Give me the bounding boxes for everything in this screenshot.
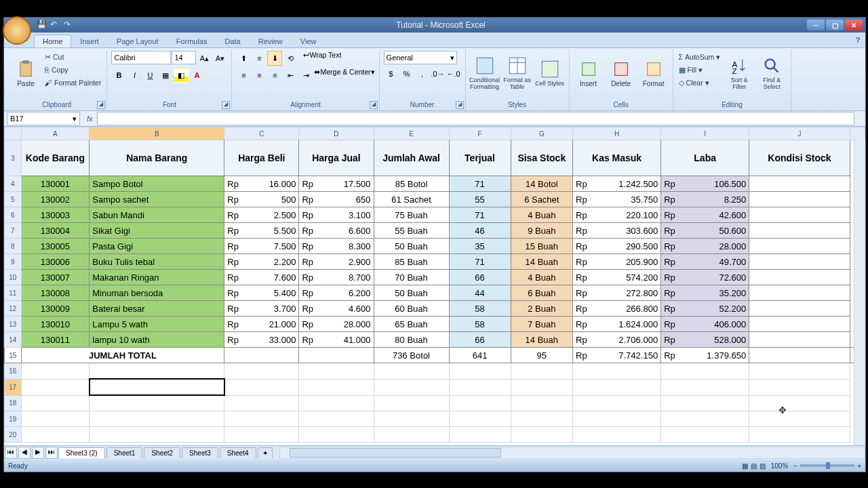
- clear-button[interactable]: ◇Clear▾: [677, 77, 722, 89]
- cell-empty[interactable]: [374, 427, 449, 443]
- cell-laba[interactable]: Rp72.600: [661, 270, 749, 285]
- cell-harga-beli[interactable]: Rp5.500: [224, 223, 299, 239]
- formula-input[interactable]: [97, 112, 854, 125]
- cell-harga-beli[interactable]: Rp3.700: [224, 301, 299, 317]
- cell-nama[interactable]: Baterai besar: [90, 301, 224, 317]
- cell-nama[interactable]: Pasta Gigi: [90, 239, 224, 254]
- cell-kode[interactable]: 130006: [21, 254, 90, 270]
- sheet-tab-0[interactable]: Sheet3 (2): [58, 447, 105, 458]
- cell-jumlah-awal[interactable]: 85 Buah: [374, 254, 449, 270]
- cell-empty[interactable]: [21, 363, 90, 380]
- row-header-7[interactable]: 7: [5, 223, 22, 239]
- tab-view[interactable]: View: [292, 35, 326, 47]
- cell-kode[interactable]: 130008: [21, 285, 90, 301]
- cell-jumlah-awal[interactable]: 85 Botol: [374, 176, 449, 192]
- cell-kode[interactable]: 130003: [21, 207, 90, 223]
- row-header-15[interactable]: 15: [5, 348, 22, 363]
- cell-terjual[interactable]: 71: [449, 207, 511, 223]
- cell-kas-masuk[interactable]: Rp220.100: [573, 207, 661, 223]
- table-header[interactable]: Nama Barang: [90, 140, 224, 176]
- cell-empty[interactable]: [661, 427, 749, 443]
- cell-harga-beli[interactable]: Rp2.200: [224, 254, 299, 270]
- cell-harga-beli[interactable]: Rp7.500: [224, 239, 299, 254]
- cell-empty[interactable]: [749, 363, 850, 380]
- row-header-20[interactable]: 20: [5, 427, 22, 443]
- tab-page-layout[interactable]: Page Layout: [108, 35, 167, 47]
- cell-sisa[interactable]: 14 Buah: [511, 254, 573, 270]
- cell-empty[interactable]: [449, 411, 511, 427]
- cell-empty[interactable]: [21, 379, 90, 395]
- cell-sisa[interactable]: 15 Buah: [511, 239, 573, 254]
- redo-icon[interactable]: ↷: [64, 20, 75, 30]
- decrease-decimal-button[interactable]: ←.0: [446, 66, 461, 81]
- row-header-3[interactable]: 3: [5, 140, 22, 176]
- cell-nama[interactable]: Buku Tulis tebal: [90, 254, 224, 270]
- cell-sisa[interactable]: 4 Buah: [511, 207, 573, 223]
- cell-harga-jual[interactable]: Rp650: [299, 192, 374, 207]
- cell-nama[interactable]: lampu 10 wath: [90, 332, 224, 348]
- cell-sisa[interactable]: 4 Buah: [511, 270, 573, 285]
- cell-harga-jual[interactable]: Rp4.600: [299, 301, 374, 317]
- col-header-B[interactable]: B: [90, 127, 224, 140]
- row-header-17[interactable]: 17: [5, 379, 22, 395]
- table-header[interactable]: Harga Beli: [224, 140, 299, 176]
- cell-kas-masuk[interactable]: Rp1.624.000: [573, 317, 661, 332]
- cell-kode[interactable]: 130009: [21, 301, 90, 317]
- cell-empty[interactable]: [374, 411, 449, 427]
- font-name-combo[interactable]: Calibri: [111, 51, 171, 64]
- table-header[interactable]: Kondisi Stock: [749, 140, 850, 176]
- cell-empty[interactable]: [224, 395, 299, 411]
- sheet-area[interactable]: ABCDEFGHIJ3Kode BarangNama BarangHarga B…: [4, 127, 865, 445]
- row-header-6[interactable]: 6: [5, 207, 22, 223]
- autosum-button[interactable]: ΣAutoSum▾: [677, 51, 722, 63]
- cell-kas-masuk[interactable]: Rp272.800: [573, 285, 661, 301]
- cell-kode[interactable]: 130007: [21, 270, 90, 285]
- tab-insert[interactable]: Insert: [71, 35, 108, 47]
- cell-harga-beli[interactable]: Rp7.600: [224, 270, 299, 285]
- cell-empty[interactable]: [511, 411, 573, 427]
- cell-terjual[interactable]: 71: [449, 176, 511, 192]
- cell-kas-masuk[interactable]: Rp290.500: [573, 239, 661, 254]
- cell-kas-masuk[interactable]: Rp574.200: [573, 270, 661, 285]
- cell-harga-beli[interactable]: Rp16.000: [224, 176, 299, 192]
- close-button[interactable]: ✕: [845, 20, 863, 30]
- cell-jumlah-awal[interactable]: 70 Buah: [374, 270, 449, 285]
- number-launcher[interactable]: ◢: [456, 101, 464, 109]
- orientation-button[interactable]: ⟲: [283, 51, 298, 66]
- table-header[interactable]: Harga Jual: [299, 140, 374, 176]
- cell-harga-beli[interactable]: Rp33.000: [224, 332, 299, 348]
- cell-sisa[interactable]: 7 Buah: [511, 317, 573, 332]
- font-launcher[interactable]: ◢: [222, 101, 230, 109]
- align-left-button[interactable]: ≡: [236, 68, 251, 83]
- cell-terjual[interactable]: 44: [449, 285, 511, 301]
- cell-total-l[interactable]: Rp1.379.650: [661, 348, 749, 363]
- zoom-in-button[interactable]: +: [857, 462, 861, 470]
- cell-terjual[interactable]: 71: [449, 254, 511, 270]
- cell-kondisi[interactable]: [749, 285, 850, 301]
- cell-empty[interactable]: [90, 411, 224, 427]
- cell-kondisi[interactable]: [749, 332, 850, 348]
- border-button[interactable]: ▦: [158, 68, 173, 83]
- cell-jumlah-awal[interactable]: 60 Buah: [374, 301, 449, 317]
- align-right-button[interactable]: ≡: [267, 68, 282, 83]
- cell-terjual[interactable]: 35: [449, 239, 511, 254]
- col-header-I[interactable]: I: [661, 127, 749, 140]
- cell-kondisi[interactable]: [749, 270, 850, 285]
- cell-harga-beli[interactable]: Rp21.000: [224, 317, 299, 332]
- cell-empty[interactable]: [90, 395, 224, 411]
- cell-jumlah-awal[interactable]: 65 Buah: [374, 317, 449, 332]
- cell-empty[interactable]: [573, 395, 661, 411]
- cell-empty[interactable]: [224, 411, 299, 427]
- col-header-H[interactable]: H: [573, 127, 661, 140]
- cell-nama[interactable]: Sabun Mandi: [90, 207, 224, 223]
- cell-empty[interactable]: [21, 395, 90, 411]
- cell-kode[interactable]: 130001: [21, 176, 90, 192]
- find-select-button[interactable]: Find & Select: [757, 51, 787, 96]
- cell-kode[interactable]: 130004: [21, 223, 90, 239]
- cell-harga-jual[interactable]: Rp2.900: [299, 254, 374, 270]
- office-button[interactable]: [3, 16, 31, 45]
- row-header-14[interactable]: 14: [5, 332, 22, 348]
- cell-nama[interactable]: Sikat Gigi: [90, 223, 224, 239]
- cell-harga-jual[interactable]: Rp41.000: [299, 332, 374, 348]
- align-top-button[interactable]: ⬆: [236, 51, 251, 66]
